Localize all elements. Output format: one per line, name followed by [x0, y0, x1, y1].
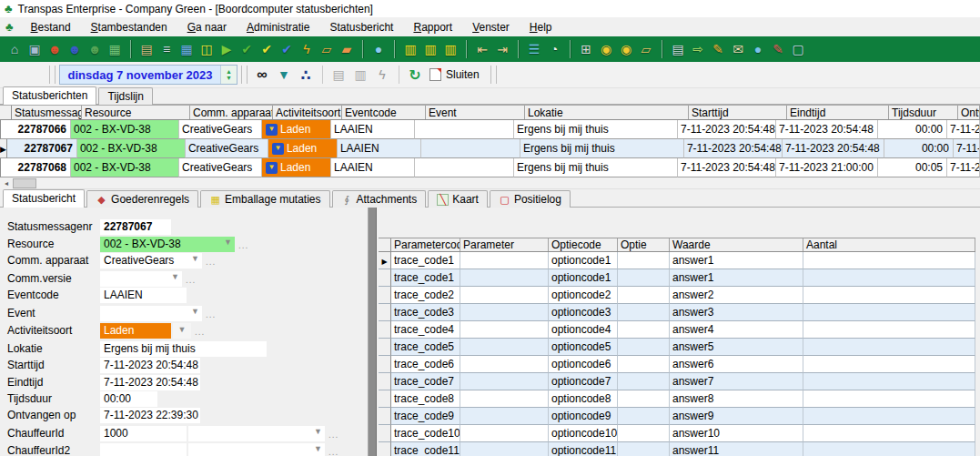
cell-parametercode[interactable]: trace_code11 [391, 442, 460, 456]
cell-optiecode[interactable]: optioncode8 [549, 390, 618, 408]
users-pair-icon[interactable]: ☻ [65, 39, 85, 59]
row-selector[interactable] [379, 339, 391, 356]
ontvangen-op-field[interactable]: 7-11-2023 22:39:30 [100, 408, 200, 423]
cell-optie[interactable] [618, 269, 670, 287]
table-row[interactable]: trace_code10 optioncode10 answer10 [379, 425, 975, 442]
cell-waarde[interactable]: answer2 [670, 287, 803, 304]
cell-waarde[interactable]: answer7 [670, 373, 803, 390]
cell-optiecode[interactable]: optioncode9 [549, 408, 618, 425]
cell-aantal[interactable] [803, 339, 975, 356]
cell-aantal[interactable] [803, 408, 975, 425]
row-selector[interactable]: ▶ [379, 252, 391, 269]
cell-eventcode[interactable]: LAAIEN [331, 120, 415, 139]
cell-parameter[interactable] [460, 287, 549, 304]
row-selector[interactable]: ▶ [0, 139, 7, 158]
cell-aantal[interactable] [803, 373, 975, 390]
door-out-icon[interactable]: ⇥ [492, 39, 512, 59]
cell-lokatie[interactable]: Ergens bij mij thuis [514, 158, 678, 177]
scrollbar-thumb[interactable] [13, 178, 36, 188]
comm-apparaat-field[interactable]: CreativeGears▼ [100, 253, 202, 269]
cell-parameter[interactable] [460, 373, 549, 390]
col-parameter[interactable]: Parameter [460, 238, 549, 251]
users-group-icon[interactable]: ☻ [85, 39, 105, 59]
cell-parametercode[interactable]: trace_code8 [391, 390, 460, 408]
cell-resource[interactable]: 002 - BX-VD-38 [71, 120, 179, 139]
row-selector[interactable] [379, 304, 391, 321]
cell-aantal[interactable] [803, 390, 975, 408]
statusmessagenr-field[interactable]: 22787067 [100, 219, 171, 235]
cell-statusmessagenr[interactable]: 22787067 [7, 139, 77, 158]
comm-apparaat-lookup-button[interactable]: ... [206, 257, 216, 267]
event-lookup-button[interactable]: ... [206, 309, 216, 319]
table-row[interactable]: 22787066 002 - BX-VD-38 CreativeGears ▼L… [0, 120, 980, 139]
flash-document-icon[interactable]: ϟ [297, 39, 317, 59]
cell-comm-apparaat[interactable]: CreativeGears [179, 158, 262, 177]
globe-icon[interactable]: ● [369, 39, 389, 59]
cell-starttijd[interactable]: 7-11-2023 20:54:48 [684, 139, 783, 158]
col-tijdsduur[interactable]: Tijdsduur [889, 106, 958, 119]
sign-icon[interactable]: ✎ [768, 39, 788, 59]
chauffeurid-name-field[interactable]: ▼ [188, 426, 325, 441]
cell-event[interactable] [415, 158, 514, 177]
row-selector[interactable] [379, 269, 391, 287]
cell-optie[interactable] [618, 373, 670, 390]
statuslist-icon[interactable]: ☰ [524, 39, 544, 59]
chauffeurid-lookup-button[interactable]: ... [328, 430, 338, 440]
table-row[interactable]: trace_code7 optioncode7 answer7 [379, 373, 975, 390]
cell-aantal[interactable] [803, 321, 975, 339]
cell-eindtijd[interactable]: 7-11-2023 21:00:00 [776, 158, 878, 177]
mail-icon[interactable]: ✉ [728, 39, 748, 59]
cell-resource[interactable]: 002 - BX-VD-38 [71, 158, 179, 177]
cell-optiecode[interactable]: optioncode2 [549, 287, 618, 304]
cell-tijdsduur[interactable]: 00:05 [878, 158, 947, 177]
multi-select-icon[interactable]: ∴ [295, 65, 317, 85]
activiteitsoort-lookup-button[interactable]: ... [195, 327, 205, 337]
cell-waarde[interactable]: answer1 [670, 269, 803, 287]
cell-aantal[interactable] [803, 269, 975, 287]
cell-parametercode[interactable]: trace_code1 [391, 252, 460, 269]
cell-parametercode[interactable]: trace_code3 [391, 304, 460, 321]
edit-icon[interactable]: ✎ [708, 39, 728, 59]
spinner-up-icon[interactable]: ▲ [226, 68, 232, 75]
cell-parametercode[interactable]: trace_code5 [391, 339, 460, 356]
menu-administratie[interactable]: Administratie [237, 18, 319, 36]
cell-aantal[interactable] [803, 304, 975, 321]
emballage-remove-icon[interactable]: ▥ [420, 39, 440, 59]
table-row[interactable]: 22787068 002 - BX-VD-38 CreativeGears ▼L… [0, 158, 980, 177]
table-row[interactable]: trace_code5 optioncode5 answer5 [379, 339, 975, 356]
cell-statusmessagenr[interactable]: 22787066 [1, 120, 71, 139]
planboard-icon[interactable]: ▦ [177, 39, 197, 59]
cell-optiecode[interactable]: optioncode7 [549, 373, 618, 390]
lokatie-field[interactable]: Ergens bij mij thuis [100, 341, 267, 357]
cell-statusmessagenr[interactable]: 22787068 [1, 158, 71, 177]
menu-ga-naar[interactable]: Ga naar [177, 18, 237, 36]
cell-comm-apparaat[interactable]: CreativeGears [179, 120, 262, 139]
cell-aantal[interactable] [803, 442, 975, 456]
clipboard-link-icon[interactable]: ▰ [337, 39, 357, 59]
col-comm-apparaat[interactable]: Comm. apparaat [190, 106, 273, 119]
print-icon[interactable]: ▤ [668, 39, 688, 59]
monitor-lock-icon[interactable]: ▢ [788, 39, 808, 59]
row-selector[interactable] [379, 390, 391, 408]
cart-icon[interactable]: ⊞ [576, 39, 596, 59]
tab-positielog[interactable]: ▢Positielog [490, 190, 571, 208]
folder-add-icon[interactable]: ▱ [317, 39, 337, 59]
cell-optie[interactable] [618, 356, 670, 373]
comm-versie-lookup-button[interactable]: ... [186, 275, 196, 285]
comm-versie-field[interactable]: ▼ [100, 271, 182, 287]
clipboard-forward-icon[interactable]: ▶ [217, 39, 237, 59]
cell-parametercode[interactable]: trace_code4 [391, 321, 460, 339]
emballage-total-icon[interactable]: ▥ [440, 39, 460, 59]
cell-aantal[interactable] [803, 287, 975, 304]
row-selector[interactable] [379, 356, 391, 373]
table-row[interactable]: trace_code2 optioncode2 answer2 [379, 287, 975, 304]
starttijd-field[interactable]: 7-11-2023 20:54:48 [100, 358, 200, 373]
table-row[interactable]: trace_code11 optioncode11 answer11 [379, 442, 975, 456]
eindtijd-field[interactable]: 7-11-2023 20:54:48 [100, 375, 200, 390]
cell-optie[interactable] [618, 252, 670, 269]
cell-lokatie[interactable]: Ergens bij mij thuis [514, 120, 678, 139]
row-selector[interactable] [379, 442, 391, 456]
spinner-down-icon[interactable]: ▼ [226, 75, 232, 81]
cell-starttijd[interactable]: 7-11-2023 20:54:48 [678, 158, 776, 177]
cell-eventcode[interactable]: LAAIEN [338, 139, 421, 158]
